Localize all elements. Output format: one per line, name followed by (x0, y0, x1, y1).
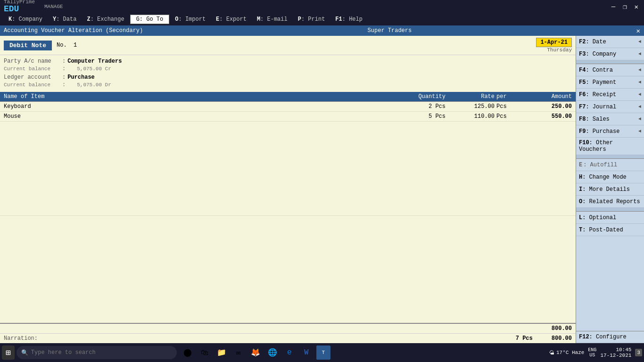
f12-configure-button[interactable]: F12: Configure (576, 331, 644, 343)
taskbar-chrome-icon[interactable]: 🌐 (265, 346, 280, 360)
item-per-1: Pcs (496, 103, 525, 110)
party-value[interactable]: Computer Traders (67, 58, 122, 65)
search-bar[interactable]: 🔍 (17, 346, 177, 359)
taskbar-firefox-icon[interactable]: 🦊 (248, 346, 263, 360)
taskbar-edge-icon[interactable]: e (282, 346, 297, 360)
f10-other-button[interactable]: F10: Other Vouchers (576, 138, 644, 155)
taskbar: ⊞ 🔍 ⬤ 🛍 📁 ✉ 🦊 🌐 e W T 🌤 17°C Haze ENG US… (0, 343, 644, 362)
search-input[interactable] (31, 349, 172, 356)
window-controls: — ❐ ✕ (610, 3, 640, 11)
main-area: Debit Note No. 1 1-Apr-21 Thursday Party… (0, 36, 644, 343)
f6-receipt-button[interactable]: F6: Receipt ◄ (576, 89, 644, 101)
ledger-balance-row: Current balance : 5,075.00 Dr (4, 82, 572, 88)
app-name-edu: EDU (4, 5, 35, 14)
right-panel-spacer (576, 236, 644, 331)
menu-import[interactable]: O: Import (170, 15, 210, 24)
time: 10:45 (600, 347, 631, 353)
taskbar-store-icon[interactable]: 🛍 (198, 346, 212, 360)
optional-label: L: Optional (579, 214, 641, 221)
taskbar-mail-icon[interactable]: ✉ (231, 346, 246, 360)
clock: 10:45 17-12-2021 (600, 347, 631, 358)
right-separator-2 (576, 155, 644, 159)
col-header-per: per (496, 93, 525, 100)
col-header-rate: Rate (449, 93, 496, 100)
table-row[interactable]: Keyboard 2 Pcs 125.00 Pcs 250.00 (0, 102, 576, 112)
party-balance-row: Current balance : 5,075.00 Cr (4, 66, 572, 72)
voucher-header: Debit Note No. 1 1-Apr-21 Thursday (0, 36, 576, 55)
menu-exchange[interactable]: Z: Exchange (82, 15, 129, 24)
taskbar-icons: ⬤ 🛍 📁 ✉ 🦊 🌐 e W T (181, 346, 330, 360)
f3-company-button[interactable]: F3: Company ◄ (576, 48, 644, 60)
system-tray: 🌤 17°C Haze (549, 350, 584, 356)
manage-bar: MANAGE (44, 4, 610, 9)
company-name: Super Traders (143, 27, 636, 34)
ledger-row: Ledger account : Purchase (4, 74, 572, 81)
menu-data[interactable]: Y: Data (48, 15, 81, 24)
ledger-label: Ledger account (4, 74, 60, 81)
narration-totals: 7 Pcs 800.00 (516, 335, 572, 342)
taskbar-word-icon[interactable]: W (299, 346, 314, 360)
f9-purchase-button[interactable]: F9: Purchase ◄ (576, 125, 644, 138)
h-changemode-button[interactable]: H: Change Mode (576, 171, 644, 183)
voucher-date[interactable]: 1-Apr-21 (536, 38, 572, 47)
col-header-quantity: Quantity (379, 93, 449, 100)
item-name-1: Keyboard (4, 103, 379, 110)
menu-export[interactable]: E: Export (211, 15, 251, 24)
form-area: Party A/c name : Computer Traders Curren… (0, 55, 576, 92)
sub-header: Accounting Voucher Alteration (Secondary… (0, 25, 644, 36)
taskbar-tally-icon[interactable]: T (316, 346, 330, 360)
goto-button[interactable]: G: Go To (130, 15, 170, 24)
table-row[interactable]: Mouse 5 Pcs 110.00 Pcs 550.00 (0, 112, 576, 122)
i-moredetails-button[interactable]: I: More Details (576, 183, 644, 196)
party-row: Party A/c name : Computer Traders (4, 58, 572, 65)
related-reports-label: O: Related Reports (579, 198, 641, 205)
app-logo: TallyPrime EDU (4, 0, 35, 14)
lang-indicator: ENG US (588, 347, 596, 358)
item-qty-2: 5 Pcs (379, 113, 449, 120)
menu-help[interactable]: F1: Help (330, 15, 367, 24)
col-header-name: Name of Item (4, 93, 379, 100)
narration-label: Narration: (4, 335, 38, 342)
total-qty: 7 Pcs (516, 335, 533, 342)
f4-contra-button[interactable]: F4: Contra ◄ (576, 64, 644, 76)
right-separator-1 (576, 60, 644, 64)
minimize-button[interactable]: — (610, 3, 617, 11)
content-area: Debit Note No. 1 1-Apr-21 Thursday Party… (0, 36, 576, 343)
notification-badge[interactable]: 3 (635, 349, 642, 356)
item-rate-1: 125.00 (449, 103, 496, 110)
f7-journal-button[interactable]: F7: Journal ◄ (576, 101, 644, 113)
party-balance-value: 5,075.00 Cr (77, 66, 111, 72)
ledger-value[interactable]: Purchase (67, 74, 95, 81)
taskbar-folder-icon[interactable]: 📁 (215, 346, 229, 360)
menu-email[interactable]: M: E-mail (252, 15, 292, 24)
menu-print[interactable]: P: Print (293, 15, 330, 24)
start-button[interactable]: ⊞ (2, 346, 15, 360)
item-rate-2: 110.00 (449, 113, 496, 120)
f2-date-button[interactable]: F2: Date ◄ (576, 36, 644, 48)
f5-payment-button[interactable]: F5: Payment ◄ (576, 76, 644, 89)
maximize-button[interactable]: ❐ (621, 3, 628, 11)
voucher-number[interactable]: 1 (74, 42, 77, 49)
search-icon: 🔍 (21, 349, 28, 356)
menu-bar: K: Company Y: Data Z: Exchange G: Go To … (0, 13, 644, 25)
date: 17-12-2021 (600, 353, 631, 358)
o-relatedreports-button[interactable]: O: Related Reports (576, 196, 644, 208)
ledger-balance-label: Current balance (4, 82, 60, 88)
close-button[interactable]: ✕ (633, 3, 640, 11)
voucher-day: Thursday (536, 47, 572, 53)
e-autofill-button[interactable]: E : Autofill (576, 159, 644, 171)
right-panel: F2: Date ◄ F3: Company ◄ F4: Contra ◄ F5… (576, 36, 644, 343)
t-postdated-button[interactable]: T: Post-Dated (576, 224, 644, 236)
l-optional-button[interactable]: L: Optional (576, 212, 644, 224)
right-separator-3 (576, 208, 644, 212)
title-bar: TallyPrime EDU MANAGE — ❐ ✕ (0, 0, 644, 13)
f8-sales-button[interactable]: F8: Sales ◄ (576, 113, 644, 125)
item-per-2: Pcs (496, 113, 525, 120)
weather-text: 17°C Haze (556, 350, 584, 355)
date-block: 1-Apr-21 Thursday (536, 38, 572, 53)
menu-company[interactable]: K: Company (4, 15, 47, 24)
col-header-amount: Amount (525, 93, 572, 100)
taskbar-cortana-icon[interactable]: ⬤ (181, 346, 195, 360)
sub-header-close[interactable]: ✕ (636, 27, 640, 35)
voucher-alteration-title: Accounting Voucher Alteration (Secondary… (4, 27, 143, 34)
